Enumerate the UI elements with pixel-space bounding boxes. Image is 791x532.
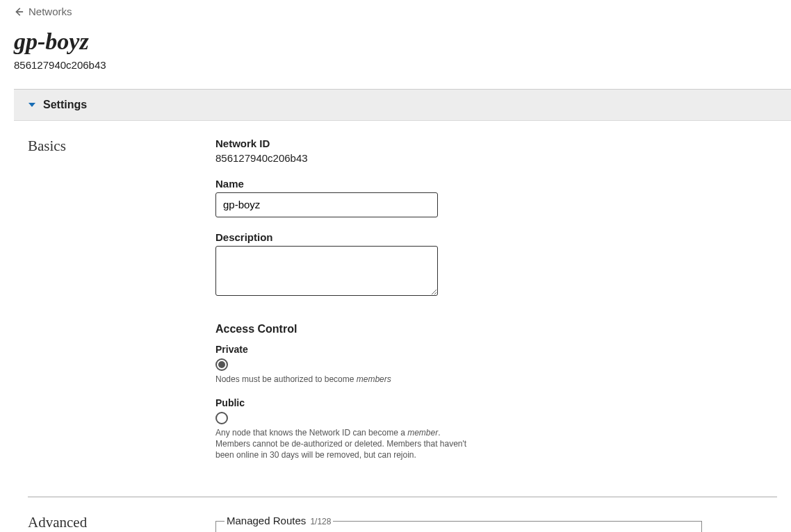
- managed-routes-legend: Managed Routes 1/128: [225, 515, 333, 526]
- public-label: Public: [215, 397, 777, 408]
- private-label: Private: [215, 344, 777, 355]
- network-id-value: 856127940c206b43: [215, 152, 777, 164]
- description-label: Description: [215, 231, 777, 243]
- managed-routes-count: 1/128: [310, 517, 331, 526]
- section-title-basics: Basics: [28, 138, 188, 474]
- private-radio[interactable]: [215, 358, 228, 371]
- chevron-down-icon: [28, 101, 36, 109]
- page-title: gp-boyz: [14, 28, 777, 55]
- page-subtitle-network-id: 856127940c206b43: [14, 59, 777, 71]
- managed-routes-fieldset: Managed Routes 1/128 10.243.0.0/16 ▲▼: [215, 521, 702, 532]
- name-label: Name: [215, 178, 777, 190]
- network-id-label: Network ID: [215, 138, 777, 149]
- settings-panel-toggle[interactable]: Settings: [14, 90, 791, 121]
- description-textarea[interactable]: [215, 246, 438, 296]
- private-help-text: Nodes must be authorized to become membe…: [215, 374, 473, 385]
- name-input[interactable]: [215, 192, 438, 217]
- panel-title: Settings: [43, 99, 87, 111]
- back-to-networks-link[interactable]: Networks: [14, 6, 72, 17]
- radio-selected-icon: [218, 361, 225, 368]
- breadcrumb-label: Networks: [28, 6, 72, 17]
- public-help-text: Any node that knows the Network ID can b…: [215, 427, 473, 461]
- arrow-left-icon: [14, 7, 24, 17]
- access-control-heading: Access Control: [215, 323, 777, 335]
- public-radio[interactable]: [215, 412, 228, 424]
- section-title-advanced: Advanced: [28, 514, 188, 532]
